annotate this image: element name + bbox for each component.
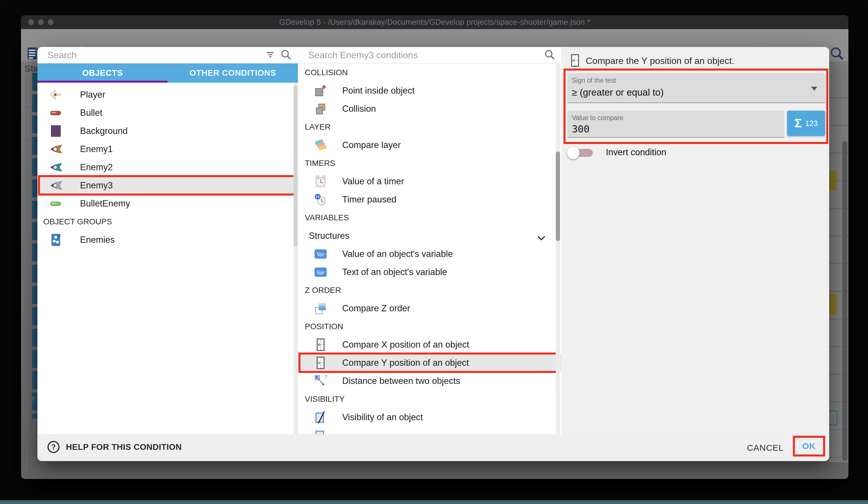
- add-more-link[interactable]: Add...: [797, 477, 821, 479]
- list-item-bulletenemy[interactable]: BulletEnemy: [38, 194, 298, 213]
- search-icon[interactable]: [544, 49, 555, 61]
- list-item-enemy2[interactable]: Enemy2: [38, 158, 298, 176]
- add-new-event-link[interactable]: Add a new event: [36, 477, 104, 479]
- expression-editor-button[interactable]: Σ 123: [787, 111, 825, 136]
- filter-icon[interactable]: [265, 50, 276, 61]
- object-label: Bullet: [80, 108, 102, 118]
- cancel-button[interactable]: CANCEL: [747, 434, 784, 461]
- condition-compare-y-selected[interactable]: Compare Y position of an object: [298, 354, 561, 372]
- annotation-enemy3: [38, 175, 297, 195]
- condition-timer-paused[interactable]: Timer paused: [298, 190, 561, 209]
- events-scrollbar-thumb[interactable]: [843, 141, 847, 461]
- section-header-variables: VARIABLES: [298, 209, 561, 226]
- object-search-row: [38, 47, 298, 63]
- condition-label: Value of a timer: [342, 176, 404, 187]
- condition-label: Value of an object's variable: [342, 249, 453, 259]
- event-condition-blocks: [32, 73, 38, 419]
- search-icon[interactable]: [829, 46, 844, 61]
- object-search-input[interactable]: [47, 50, 265, 61]
- condition-label: Text of an object's variable: [342, 267, 447, 278]
- titlebar: GDevelop 5 - /Users/dkarakay/Documents/G…: [21, 15, 848, 29]
- conditions-panel: COLLISION Point inside object Collision …: [298, 47, 561, 434]
- toggle-knob[interactable]: [567, 147, 580, 159]
- list-item-enemies-group[interactable]: Enemies: [38, 231, 298, 249]
- condition-timer-value[interactable]: Value of a timer: [298, 172, 561, 190]
- objects-scrollbar-thumb[interactable]: [293, 85, 298, 247]
- tab-other-conditions[interactable]: OTHER CONDITIONS: [168, 63, 298, 83]
- conditions-scrollbar-track[interactable]: [556, 63, 560, 434]
- sign-of-test-select[interactable]: Sign of the test ≥ (greater or equal to): [568, 73, 825, 103]
- visibility-icon: [314, 411, 327, 424]
- sign-of-test-label: Sign of the test: [572, 77, 616, 84]
- condition-compare-layer[interactable]: Compare layer: [298, 136, 561, 154]
- object-label: Enemy1: [80, 144, 113, 154]
- value-to-compare-input[interactable]: Value to compare 300: [568, 111, 784, 138]
- object-list: Player Bullet Background: [38, 83, 298, 434]
- invert-condition-label: Invert condition: [606, 147, 666, 158]
- enemy3-ship-icon: [49, 179, 63, 192]
- zoom-button[interactable]: [48, 19, 53, 25]
- tabbar: OBJECTS OTHER CONDITIONS: [38, 63, 298, 83]
- list-item-bullet[interactable]: Bullet: [38, 104, 298, 122]
- ok-button[interactable]: OK: [802, 441, 816, 451]
- annotation-ok: OK: [793, 436, 825, 456]
- bullet-enemy-icon: [49, 197, 63, 211]
- enemy1-ship-icon: [49, 142, 63, 156]
- screen: GDevelop 5 - /Users/dkarakay/Documents/G…: [0, 0, 868, 504]
- tab-objects[interactable]: OBJECTS: [38, 63, 168, 83]
- condition-search-input[interactable]: [308, 50, 544, 61]
- variable-icon: Var: [314, 248, 327, 261]
- list-item-enemy1[interactable]: Enemy1: [38, 140, 298, 158]
- z-order-icon: [314, 302, 327, 315]
- condition-compare-x[interactable]: Compare X position of an object: [298, 335, 561, 354]
- condition-label: Compare layer: [342, 140, 401, 150]
- condition-distance[interactable]: ? Distance between two objects: [298, 372, 561, 390]
- svg-text:Var: Var: [317, 251, 324, 258]
- bullet-icon: [49, 106, 63, 120]
- section-header-layer: LAYER: [298, 118, 561, 136]
- condition-label: Compare Z order: [342, 303, 410, 314]
- dialog-footer: ? HELP FOR THIS CONDITION CANCEL OK: [38, 434, 829, 461]
- dropdown-arrow-icon[interactable]: [811, 87, 817, 91]
- condition-point-inside[interactable]: Point inside object: [298, 81, 561, 100]
- object-label: BulletEnemy: [80, 199, 130, 209]
- condition-compare-z-order[interactable]: Compare Z order: [298, 299, 561, 317]
- list-item-player[interactable]: Player: [38, 85, 298, 104]
- window-title: GDevelop 5 - /Users/dkarakay/Documents/G…: [21, 18, 848, 27]
- chevron-down-icon[interactable]: [537, 233, 546, 243]
- distance-icon: ?: [314, 374, 327, 387]
- compare-layer-icon: [314, 139, 327, 152]
- close-button[interactable]: [28, 19, 34, 25]
- object-label: Background: [80, 126, 127, 136]
- group-label: Enemies: [80, 235, 115, 245]
- list-item-enemy3-selected[interactable]: Enemy3: [38, 176, 298, 194]
- sigma-icon: Σ: [795, 117, 802, 129]
- scene-tab-label[interactable]: Sta: [24, 64, 38, 74]
- condition-object-variable-text[interactable]: Var Text of an object's variable: [298, 263, 561, 281]
- object-label: Enemy3: [80, 180, 113, 191]
- parameters-panel: Compare the Y position of an object. Sig…: [561, 47, 829, 434]
- invert-condition-toggle[interactable]: [569, 149, 593, 157]
- conditions-scrollbar-thumb[interactable]: [556, 151, 560, 241]
- list-item-background[interactable]: Background: [38, 122, 298, 140]
- condition-clipped-row[interactable]: [298, 426, 561, 434]
- numbers-label: 123: [805, 120, 818, 127]
- minimize-button[interactable]: [38, 19, 44, 25]
- structures-group-row[interactable]: Structures: [298, 226, 561, 245]
- search-icon[interactable]: [281, 49, 291, 61]
- object-label: Player: [80, 90, 105, 100]
- help-button[interactable]: ? HELP FOR THIS CONDITION: [48, 441, 182, 453]
- condition-object-variable-value[interactable]: Var Value of an object's variable: [298, 245, 561, 263]
- desktop-strip: [0, 500, 868, 504]
- condition-label: Timer paused: [342, 194, 396, 205]
- position-icon: [314, 338, 327, 351]
- collapse-arrow-icon[interactable]: [29, 397, 37, 402]
- condition-label: Collision: [342, 104, 376, 114]
- condition-label: Compare X position of an object: [342, 340, 469, 350]
- condition-header: Compare the Y position of an object.: [561, 47, 829, 69]
- variable-icon: Var: [314, 265, 327, 279]
- clipped-item-icon: [314, 429, 327, 435]
- condition-label: Point inside object: [342, 85, 415, 96]
- condition-collision[interactable]: Collision: [298, 100, 561, 118]
- condition-visibility[interactable]: Visibility of an object: [298, 408, 561, 426]
